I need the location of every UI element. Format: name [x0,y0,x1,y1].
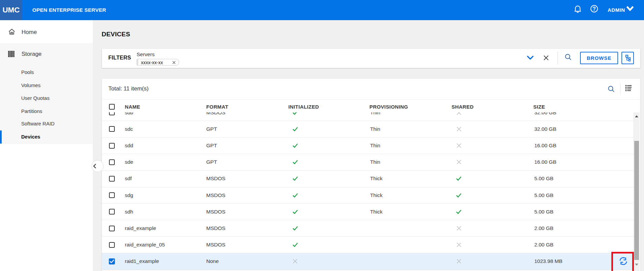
svg-text:?: ? [593,6,596,12]
